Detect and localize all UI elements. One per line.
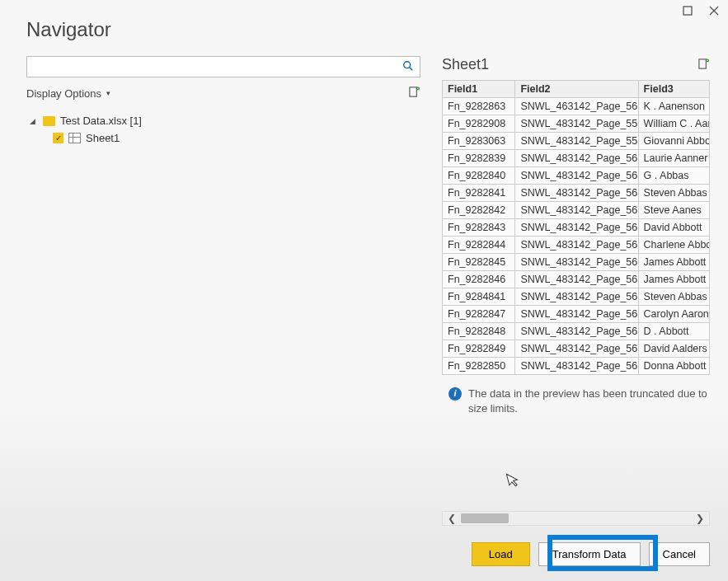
table-cell: SNWL_483142_Page_5659 <box>515 306 638 323</box>
svg-point-3 <box>404 61 411 68</box>
column-header[interactable]: Field2 <box>515 81 638 98</box>
table-cell: Fn_9282845 <box>443 254 515 271</box>
table-cell: D . Abbott <box>638 323 709 340</box>
table-row[interactable]: Fn_9282863SNWL_463142_Page_5661K . Aanen… <box>443 98 710 115</box>
info-icon: i <box>449 387 462 401</box>
table-row[interactable]: Fn_9282846SNWL_483142_Page_5658James Abb… <box>443 271 710 288</box>
table-cell: Fn_9284841 <box>443 288 515 306</box>
load-button[interactable]: Load <box>472 542 530 566</box>
table-row[interactable]: Fn_9282840SNWL_483142_Page_5658G . Abbas <box>443 167 710 185</box>
preview-title: Sheet1 <box>442 56 489 73</box>
preview-pane: Sheet1 Field1Field2Field3 Fn_9282863SNWL… <box>442 56 710 526</box>
table-cell: Carolyn Aaron <box>638 306 709 323</box>
table-cell: Fn_9282850 <box>443 358 515 375</box>
table-cell: James Abbott <box>638 254 709 271</box>
table-cell: Steve Aanes <box>638 202 709 219</box>
checkbox-checked-icon[interactable]: ✓ <box>53 133 63 143</box>
table-row[interactable]: Fn_9282844SNWL_483142_Page_5658Charlene … <box>443 237 710 254</box>
table-row[interactable]: Fn_9282845SNWL_483142_Page_5658James Abb… <box>443 254 710 271</box>
table-row[interactable]: Fn_9282847SNWL_483142_Page_5659Carolyn A… <box>443 306 710 323</box>
table-row[interactable]: Fn_9283063SNWL_483142_Page_5588Giovanni … <box>443 133 710 150</box>
table-cell: James Abbott <box>638 271 709 288</box>
tree-file-node[interactable]: ◢ Test Data.xlsx [1] <box>26 112 420 129</box>
table-cell: Fn_9282841 <box>443 185 515 202</box>
table-cell: SNWL_483142_Page_5659 <box>515 358 638 375</box>
chevron-down-icon: ▾ <box>106 89 110 97</box>
window-close-icon[interactable] <box>707 3 721 18</box>
truncation-message: The data in the preview has been truncat… <box>468 387 710 416</box>
table-row[interactable]: Fn_9282848SNWL_483142_Page_5659D . Abbot… <box>443 323 710 340</box>
expand-icon[interactable]: ◢ <box>30 117 38 125</box>
window-maximize-icon[interactable] <box>680 3 695 18</box>
table-cell: Fn_9282848 <box>443 323 515 340</box>
tree-sheet-node[interactable]: ✓ Sheet1 <box>26 129 420 147</box>
transform-data-button[interactable]: Transform Data <box>538 542 641 566</box>
table-cell: SNWL_483142_Page_5567 <box>515 115 638 133</box>
table-cell: Steven Abbas <box>638 185 709 202</box>
table-cell: Donna Abbott <box>638 358 709 375</box>
refresh-preview-icon[interactable] <box>697 58 710 73</box>
table-cell: Steven Abbas <box>638 288 709 306</box>
scroll-thumb[interactable] <box>461 513 509 523</box>
table-cell: Laurie Aanner <box>638 150 709 167</box>
column-header[interactable]: Field1 <box>443 81 515 98</box>
refresh-icon[interactable] <box>408 86 420 101</box>
column-header[interactable]: Field3 <box>638 81 709 98</box>
table-cell: Fn_9282839 <box>443 150 515 167</box>
table-cell: SNWL_463142_Page_5661 <box>515 98 638 115</box>
table-cell: G . Abbas <box>638 167 709 185</box>
table-cell: Fn_9282846 <box>443 271 515 288</box>
search-box[interactable] <box>26 56 420 77</box>
cancel-button[interactable]: Cancel <box>649 542 710 566</box>
table-row[interactable]: Fn_9282841SNWL_483142_Page_5658Steven Ab… <box>443 185 710 202</box>
table-cell: Fn_9283063 <box>443 133 515 150</box>
table-cell: SNWL_483142_Page_5658 <box>515 288 638 306</box>
table-icon <box>68 133 81 143</box>
table-row[interactable]: Fn_9282843SNWL_483142_Page_5658David Abb… <box>443 219 710 237</box>
table-cell: SNWL_483142_Page_5588 <box>515 133 638 150</box>
scroll-right-icon[interactable]: ❯ <box>691 513 709 524</box>
navigator-tree-pane: Display Options ▾ ◢ Test Data.xlsx [1] ✓… <box>26 56 420 526</box>
tree-sheet-label: Sheet1 <box>86 132 120 144</box>
table-cell: Fn_9282842 <box>443 202 515 219</box>
table-cell: William C . Aar <box>638 115 709 133</box>
table-row[interactable]: Fn_9282842SNWL_483142_Page_5658Steve Aan… <box>443 202 710 219</box>
tree-file-label: Test Data.xlsx [1] <box>60 115 142 127</box>
table-row[interactable]: Fn_9282850SNWL_483142_Page_5659Donna Abb… <box>443 358 710 375</box>
table-cell: Fn_9282847 <box>443 306 515 323</box>
table-cell: SNWL_483142_Page_5659 <box>515 340 638 358</box>
table-cell: David Aalders <box>638 340 709 358</box>
table-cell: Giovanni Abbo <box>638 133 709 150</box>
scroll-track[interactable] <box>461 512 691 525</box>
table-cell: SNWL_483142_Page_5658 <box>515 185 638 202</box>
svg-rect-6 <box>699 59 706 68</box>
table-cell: Fn_9282843 <box>443 219 515 237</box>
table-cell: Fn_9282863 <box>443 98 515 115</box>
svg-rect-5 <box>410 87 416 96</box>
table-cell: K . Aanenson <box>638 98 709 115</box>
table-cell: SNWL_483142_Page_5658 <box>515 219 638 237</box>
svg-rect-0 <box>683 7 692 15</box>
search-icon[interactable] <box>397 60 420 74</box>
table-cell: SNWL_483142_Page_5658 <box>515 271 638 288</box>
table-cell: Fn_9282844 <box>443 237 515 254</box>
search-input[interactable] <box>27 59 397 76</box>
table-row[interactable]: Fn_9284841SNWL_483142_Page_5658Steven Ab… <box>443 288 710 306</box>
table-cell: Fn_9282849 <box>443 340 515 358</box>
horizontal-scrollbar[interactable]: ❮ ❯ <box>442 511 710 526</box>
table-row[interactable]: Fn_9282908SNWL_483142_Page_5567William C… <box>443 115 710 133</box>
table-cell: Charlene Abbo <box>638 237 709 254</box>
svg-line-4 <box>410 67 413 70</box>
table-cell: David Abbott <box>638 219 709 237</box>
table-cell: SNWL_483142_Page_5658 <box>515 254 638 271</box>
page-title: Navigator <box>0 0 728 56</box>
display-options-label: Display Options <box>26 87 101 100</box>
scroll-left-icon[interactable]: ❮ <box>443 513 461 524</box>
folder-icon <box>43 116 55 126</box>
table-row[interactable]: Fn_9282839SNWL_483142_Page_5658Laurie Aa… <box>443 150 710 167</box>
table-cell: SNWL_483142_Page_5658 <box>515 202 638 219</box>
table-row[interactable]: Fn_9282849SNWL_483142_Page_5659David Aal… <box>443 340 710 358</box>
table-cell: SNWL_483142_Page_5658 <box>515 237 638 254</box>
display-options-dropdown[interactable]: Display Options ▾ <box>26 87 110 100</box>
table-cell: SNWL_483142_Page_5658 <box>515 150 638 167</box>
